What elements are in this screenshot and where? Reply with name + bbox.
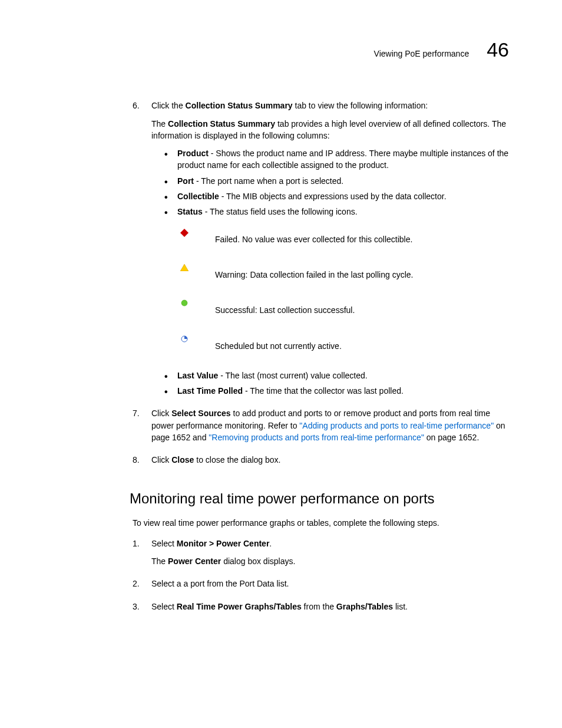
step-number: 8. [133, 454, 143, 472]
step-number: 3. [133, 601, 143, 618]
step-number: 2. [133, 578, 143, 595]
s2-step1-line2: The Power Center dialog box displays. [151, 555, 509, 567]
header-title: Viewing PoE performance [374, 48, 470, 60]
svg-marker-0 [180, 229, 189, 237]
list-item: Collectible - The MIB objects and expres… [164, 190, 509, 202]
section2-step-2: 2. Select a a port from the Port Data li… [133, 578, 509, 595]
status-row-warning: Warning: Data collection failed in the l… [177, 263, 509, 281]
step-7: 7. Click Select Sources to add product a… [133, 407, 509, 449]
s2-step2-text: Select a a port from the Port Data list. [151, 578, 509, 589]
chapter-number: 46 [487, 35, 509, 64]
s2-step3-text: Select Real Time Power Graphs/Tables fro… [151, 601, 509, 612]
list-item: Last Value - The last (most current) val… [164, 370, 509, 381]
status-row-scheduled: Scheduled but not currently active. [177, 334, 509, 352]
step-8: 8. Click Close to close the dialog box. [133, 454, 509, 472]
step8-text: Click Close to close the dialog box. [151, 454, 509, 466]
link-removing-products[interactable]: "Removing products and ports from real-t… [209, 433, 424, 442]
step-6: 6. Click the Collection Status Summary t… [133, 100, 509, 403]
scheduled-icon [177, 334, 191, 342]
section2-intro: To view real time power performance grap… [133, 517, 509, 529]
step-number: 6. [133, 100, 143, 403]
section-title-monitoring: Monitoring real time power performance o… [130, 489, 509, 509]
list-item: Last Time Polled - The time that the col… [164, 385, 509, 397]
step-number: 1. [133, 538, 143, 574]
status-text: Scheduled but not currently active. [215, 334, 509, 352]
step7-text: Click Select Sources to add product and … [151, 407, 509, 443]
warning-icon [177, 263, 191, 271]
list-item: Port - The port name when a port is sele… [164, 175, 509, 187]
page-header: Viewing PoE performance 46 [53, 35, 509, 64]
success-icon [177, 298, 191, 307]
step-number: 7. [133, 407, 143, 449]
columns-list-2: Last Value - The last (most current) val… [164, 370, 509, 397]
status-text: Warning: Data collection failed in the l… [215, 263, 509, 281]
s2-step1-line1: Select Monitor > Power Center. [151, 538, 509, 549]
svg-point-2 [181, 300, 187, 306]
svg-marker-1 [180, 264, 189, 271]
status-text: Successful: Last collection successful. [215, 298, 509, 316]
columns-list: Product - Shows the product name and IP … [164, 147, 509, 218]
step6-line2: The Collection Status Summary tab provid… [151, 118, 509, 142]
status-row-success: Successful: Last collection successful. [177, 298, 509, 316]
section2-step-3: 3. Select Real Time Power Graphs/Tables … [133, 601, 509, 618]
status-row-failed: Failed. No value was ever collected for … [177, 228, 509, 245]
status-icons-table: Failed. No value was ever collected for … [177, 228, 509, 352]
link-adding-products[interactable]: "Adding products and ports to real-time … [299, 421, 494, 430]
content-area: 6. Click the Collection Status Summary t… [53, 100, 509, 618]
failed-icon [177, 228, 191, 237]
status-text: Failed. No value was ever collected for … [215, 228, 509, 245]
list-item: Product - Shows the product name and IP … [164, 147, 509, 172]
section2-step-1: 1. Select Monitor > Power Center. The Po… [133, 538, 509, 574]
list-item: Status - The status field uses the follo… [164, 206, 509, 218]
step6-line1: Click the Collection Status Summary tab … [151, 100, 509, 111]
